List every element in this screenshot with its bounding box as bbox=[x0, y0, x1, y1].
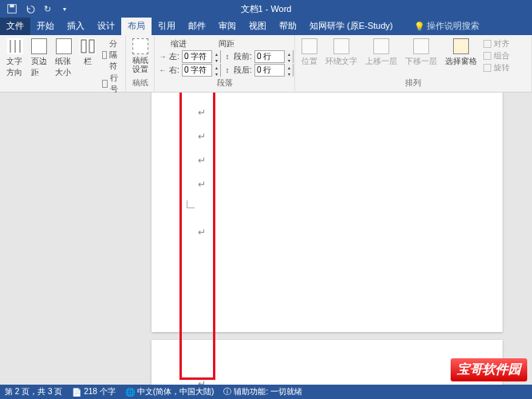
columns-icon bbox=[80, 38, 96, 54]
status-words[interactable]: 📄 218 个字 bbox=[72, 386, 115, 397]
line-numbers-button[interactable]: 行号 bbox=[102, 73, 120, 95]
lightbulb-icon: 💡 bbox=[414, 22, 424, 31]
language-icon: 🌐 bbox=[125, 388, 135, 397]
columns-button[interactable]: 栏 bbox=[77, 37, 99, 69]
position-button: 位置 bbox=[298, 37, 321, 69]
spin-down[interactable]: ▾ bbox=[285, 70, 293, 77]
accessibility-icon: ⓘ bbox=[223, 386, 231, 397]
selection-pane-icon bbox=[453, 38, 469, 54]
spin-up[interactable]: ▴ bbox=[285, 50, 293, 57]
window-title: 文档1 - Word bbox=[241, 3, 292, 15]
tab-review[interactable]: 审阅 bbox=[212, 17, 242, 35]
group-arrange: 位置 环绕文字 上移一层 下移一层 选择窗格 对齐 组合 旋转 bbox=[295, 35, 532, 92]
breaks-button[interactable]: 分隔符 bbox=[102, 38, 120, 72]
breaks-icon bbox=[102, 51, 107, 59]
document-page-2[interactable]: ↵ ↵ ↵ ↵ bbox=[152, 340, 502, 385]
tab-home[interactable]: 开始 bbox=[30, 17, 61, 35]
spin-down[interactable]: ▾ bbox=[285, 57, 293, 63]
tell-me-label: 操作说明搜索 bbox=[427, 20, 479, 32]
status-page[interactable]: 第 2 页，共 3 页 bbox=[5, 386, 62, 397]
backward-label: 下移一层 bbox=[405, 56, 437, 67]
group-label-arrange: 排列 bbox=[298, 77, 528, 90]
tab-mailings[interactable]: 邮件 bbox=[182, 17, 212, 35]
tab-layout[interactable]: 布局 bbox=[121, 17, 152, 35]
size-button[interactable]: 纸张大小 bbox=[52, 37, 75, 80]
spacing-before-label: 段前: bbox=[234, 51, 253, 62]
backward-button: 下移一层 bbox=[402, 37, 440, 69]
paragraph-mark: ↵ bbox=[198, 227, 206, 239]
status-language[interactable]: 🌐 中文(简体，中国大陆) bbox=[125, 386, 215, 397]
align-button: 对齐 bbox=[483, 38, 510, 49]
indent-right-spinner[interactable]: ▴▾ bbox=[182, 64, 221, 77]
group-paragraph: 缩进 间距 → 左: ▴▾ ↕ 段前: ▴▾ ← 右: ▴▾ ↕ 段后: bbox=[155, 35, 295, 92]
tab-insert[interactable]: 插入 bbox=[61, 17, 91, 35]
spin-down[interactable]: ▾ bbox=[212, 57, 220, 63]
line-numbers-icon bbox=[102, 80, 108, 88]
group-page-setup: 文字方向 页边距 纸张大小 栏 分隔符 行号 断字 页面设置 bbox=[0, 35, 126, 92]
spacing-before-spinner[interactable]: ▴▾ bbox=[254, 50, 294, 63]
ribbon: 文字方向 页边距 纸张大小 栏 分隔符 行号 断字 页面设置 bbox=[0, 35, 532, 93]
margins-icon bbox=[31, 38, 47, 54]
paragraph-mark: ↵ bbox=[198, 179, 206, 191]
paragraph-mark: ↵ bbox=[198, 107, 206, 119]
svg-rect-6 bbox=[89, 40, 94, 53]
rotate-icon bbox=[483, 64, 491, 72]
manuscript-settings-button[interactable]: 稿纸 设置 bbox=[129, 37, 152, 75]
qat-dropdown-icon[interactable]: ▾ bbox=[59, 3, 70, 14]
tab-estudy[interactable]: 知网研学 (原E-Study) bbox=[303, 17, 400, 35]
spacing-after-icon: ↕ bbox=[223, 65, 232, 75]
wrap-button: 环绕文字 bbox=[322, 37, 361, 69]
redo-icon[interactable]: ↻ bbox=[41, 3, 53, 14]
backward-icon bbox=[413, 38, 429, 54]
orientation-icon bbox=[7, 38, 23, 54]
tab-design[interactable]: 设计 bbox=[91, 17, 121, 35]
spin-up[interactable]: ▴ bbox=[212, 50, 220, 57]
margins-button[interactable]: 页边距 bbox=[28, 37, 50, 80]
spin-up[interactable]: ▴ bbox=[285, 64, 293, 70]
tell-me-search[interactable]: 💡 操作说明搜索 bbox=[409, 17, 484, 35]
tab-file[interactable]: 文件 bbox=[0, 17, 30, 35]
spacing-after-spinner[interactable]: ▴▾ bbox=[254, 64, 294, 77]
status-accessibility[interactable]: ⓘ 辅助功能: 一切就绪 bbox=[223, 386, 302, 397]
svg-rect-1 bbox=[10, 5, 14, 8]
align-icon bbox=[483, 40, 491, 48]
tab-help[interactable]: 帮助 bbox=[273, 17, 303, 35]
wrap-icon bbox=[333, 38, 349, 54]
manuscript-icon bbox=[132, 38, 148, 54]
spin-down[interactable]: ▾ bbox=[212, 70, 220, 77]
indent-left-input[interactable] bbox=[183, 53, 211, 61]
indent-right-label: 右: bbox=[169, 65, 180, 76]
tab-view[interactable]: 视图 bbox=[242, 17, 273, 35]
group-icon bbox=[483, 52, 491, 60]
selection-pane-button[interactable]: 选择窗格 bbox=[442, 37, 480, 69]
document-page-1[interactable]: ↵ ↵ ↵ ↵ ↵ ↵ bbox=[152, 93, 502, 332]
document-area[interactable]: ↵ ↵ ↵ ↵ ↵ ↵ ↵ ↵ ↵ ↵ bbox=[0, 93, 532, 385]
columns-label: 栏 bbox=[84, 56, 92, 67]
spacing-header: 间距 bbox=[219, 38, 234, 49]
spin-up[interactable]: ▴ bbox=[212, 64, 220, 70]
words-icon: 📄 bbox=[72, 388, 81, 397]
indent-left-spinner[interactable]: ▴▾ bbox=[182, 50, 221, 63]
spacing-after-input[interactable] bbox=[255, 66, 284, 75]
group-button: 组合 bbox=[483, 50, 510, 61]
watermark-logo: 宝哥软件园 bbox=[451, 358, 527, 381]
margins-label: 页边距 bbox=[31, 56, 47, 78]
spacing-before-icon: ↕ bbox=[223, 52, 232, 61]
spacing-before-input[interactable] bbox=[255, 53, 284, 61]
margin-corner-icon bbox=[187, 200, 195, 208]
indent-right-input[interactable] bbox=[183, 66, 211, 75]
orientation-button[interactable]: 文字方向 bbox=[3, 37, 26, 80]
paragraph-mark: ↵ bbox=[198, 378, 206, 385]
spacing-after-label: 段后: bbox=[234, 65, 253, 76]
group-label-paragraph: 段落 bbox=[158, 77, 291, 90]
indent-right-icon: ← bbox=[158, 65, 167, 75]
indent-left-label: 左: bbox=[169, 51, 180, 62]
position-icon bbox=[301, 38, 317, 54]
paragraph-mark: ↵ bbox=[198, 131, 206, 143]
undo-icon[interactable] bbox=[24, 3, 35, 14]
statusbar: 第 2 页，共 3 页 📄 218 个字 🌐 中文(简体，中国大陆) ⓘ 辅助功… bbox=[0, 385, 532, 399]
manuscript-label: 稿纸 设置 bbox=[132, 56, 148, 73]
tab-references[interactable]: 引用 bbox=[152, 17, 182, 35]
save-icon[interactable] bbox=[6, 3, 18, 14]
wrap-label: 环绕文字 bbox=[325, 56, 357, 67]
